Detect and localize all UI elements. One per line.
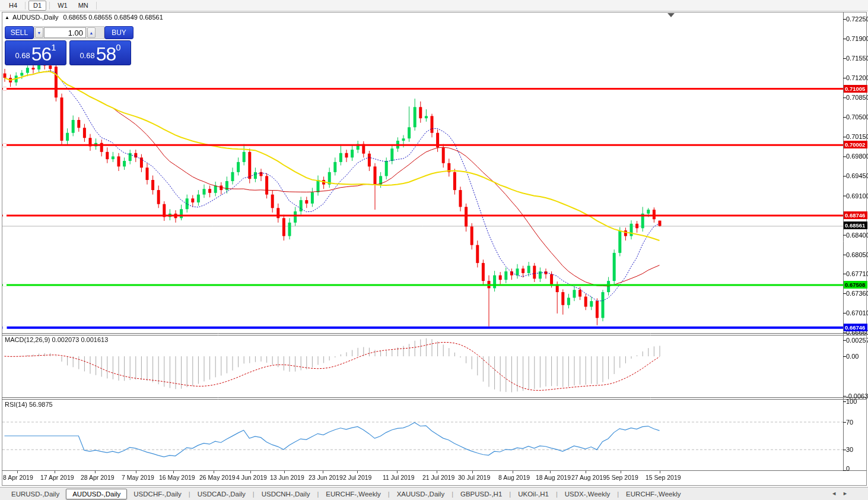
- price-tick-label: 0.67010: [846, 309, 868, 317]
- chevron-down-icon: ▼: [37, 31, 42, 35]
- price-tag-hline: 0.71005: [844, 85, 867, 93]
- volume-decrease-button[interactable]: ▼: [35, 27, 43, 38]
- trading-platform-window: H4D1W1MN ▲AUDUSD-,Daily0.68655 0.68655 0…: [0, 0, 868, 500]
- rsi-tick-label: 0: [846, 465, 850, 472]
- tab-gbpusd-h1[interactable]: GBPUSD-,H1: [454, 489, 508, 499]
- toolbar-separator: [96, 2, 97, 10]
- price-tick-label: 0.71550: [846, 55, 868, 62]
- chart-title: ▲AUDUSD-,Daily0.68655 0.68655 0.68549 0.…: [5, 14, 163, 21]
- date-label: 11 Jul 2019: [383, 474, 415, 481]
- price-tag-current: 0.68561: [844, 221, 867, 229]
- volume-increase-button[interactable]: ▲: [87, 27, 96, 38]
- price-tag-hline: 0.70002: [844, 141, 867, 148]
- chart-ohlc-values: 0.68655 0.68655 0.68549 0.68561: [63, 14, 163, 21]
- tab-separator: |: [452, 490, 453, 498]
- buy-price-frac: 0.68: [80, 51, 94, 60]
- price-tick-label: 0.72250: [846, 15, 868, 23]
- sell-price-big: 56: [31, 46, 52, 62]
- tab-audusd-daily[interactable]: AUDUSD-,Daily: [66, 489, 127, 499]
- price-tag-hline: 0.67508: [844, 281, 867, 289]
- price-tick-label: 0.67360: [846, 290, 868, 297]
- buy-button[interactable]: BUY: [104, 26, 133, 39]
- timeframe-toolbar: H4D1W1MN: [0, 0, 868, 11]
- tab-usdcad-daily[interactable]: USDCAD-,Daily: [191, 489, 252, 499]
- tab-scroll-arrows: ◄►: [831, 490, 854, 496]
- timeframe-button-w1[interactable]: W1: [53, 1, 72, 11]
- sell-price-frac: 0.68: [15, 51, 30, 60]
- price-tick-label: 0.69800: [846, 153, 868, 160]
- tab-separator: |: [617, 490, 619, 498]
- price-tick-label: 0.70500: [846, 113, 868, 121]
- rsi-tick-label: 30: [846, 446, 853, 453]
- date-label: 27 Aug 2019: [571, 474, 606, 481]
- tab-usdx-weekly[interactable]: USDX-,Weekly: [558, 489, 616, 499]
- macd-tick-label: 0.002574: [846, 337, 868, 344]
- price-tick-label: 0.70150: [846, 133, 868, 140]
- tab-separator: |: [253, 490, 255, 498]
- price-tag-hline: 0.68746: [844, 211, 867, 219]
- macd-tick-label: 0.00: [846, 353, 859, 360]
- date-label: 4 Jun 2019: [236, 474, 267, 481]
- sell-price-button[interactable]: 0.68561: [5, 40, 66, 65]
- price-tick-label: 0.67710: [846, 270, 868, 277]
- chart-symbol-label: AUDUSD-,Daily: [12, 14, 59, 21]
- sell-price-sup: 1: [51, 42, 56, 52]
- date-label: 26 May 2019: [199, 474, 236, 481]
- date-label: 7 May 2019: [122, 474, 154, 481]
- rsi-indicator-label: RSI(14) 56.9875: [5, 401, 53, 408]
- tab-eurchf-weekly[interactable]: EURCHF-,Weekly: [619, 489, 687, 499]
- tab-eurchf-weekly[interactable]: EURCHF-,Weekly: [319, 489, 387, 499]
- date-label: 5 Sep 2019: [606, 474, 638, 481]
- timeframe-button-mn[interactable]: MN: [74, 1, 93, 11]
- date-label: 8 Aug 2019: [498, 474, 530, 481]
- tab-separator: |: [317, 490, 319, 498]
- date-label: 21 Jul 2019: [422, 474, 454, 481]
- toolbar-separator: [49, 2, 50, 10]
- date-label: 23 Jun 2019: [309, 474, 343, 481]
- collapse-panel-icon[interactable]: ▲: [5, 15, 9, 20]
- date-label: 2 Jul 2019: [343, 474, 371, 481]
- date-label: 17 Apr 2019: [40, 474, 74, 481]
- tab-separator: |: [388, 490, 390, 498]
- chart-tab-bar: EURUSD-,DailyAUDUSD-,DailyUSDCHF-,Daily|…: [0, 487, 868, 500]
- toolbar-separator: [25, 2, 26, 10]
- tab-eurusd-daily[interactable]: EURUSD-,Daily: [5, 489, 66, 499]
- tab-separator: |: [189, 490, 190, 498]
- rsi-tick-label: 70: [846, 419, 853, 426]
- tab-scroll-left-icon[interactable]: ◄: [831, 490, 842, 496]
- timeframe-button-d1[interactable]: D1: [28, 1, 46, 11]
- tab-usdcnh-daily[interactable]: USDCNH-,Daily: [255, 489, 317, 499]
- tab-scroll-right-icon[interactable]: ►: [842, 490, 854, 496]
- buy-price-button[interactable]: 0.68580: [69, 40, 131, 65]
- price-tick-label: 0.71900: [846, 35, 868, 42]
- tab-ukoil-h1[interactable]: UKOil-,H1: [511, 489, 555, 499]
- date-label: 28 Apr 2019: [81, 474, 115, 481]
- date-label: 15 Sep 2019: [646, 474, 681, 481]
- price-tick-label: 0.69450: [846, 172, 868, 179]
- tab-separator: |: [509, 490, 511, 498]
- price-tick-label: 0.71200: [846, 74, 868, 81]
- price-tick-label: 0.70850: [846, 94, 868, 101]
- buy-price-big: 58: [96, 46, 116, 62]
- timeframe-button-h4[interactable]: H4: [4, 1, 22, 11]
- chart-canvas[interactable]: [0, 0, 868, 500]
- tab-separator: |: [556, 490, 558, 498]
- price-tag-hline: 0.66746: [844, 324, 867, 331]
- date-label: 13 Jun 2019: [270, 474, 304, 481]
- tab-usdchf-daily[interactable]: USDCHF-,Daily: [127, 489, 188, 499]
- macd-indicator-label: MACD(12,26,9) 0.002073 0.001613: [5, 336, 108, 343]
- tab-xauusd-daily[interactable]: XAUUSD-,Daily: [390, 489, 452, 499]
- price-tick-label: 0.68400: [846, 232, 868, 239]
- chevron-up-icon: ▲: [90, 31, 94, 35]
- buy-price-sup: 0: [116, 42, 120, 52]
- price-tick-label: 0.69100: [846, 192, 868, 200]
- price-tick-label: 0.68050: [846, 251, 868, 258]
- date-label: 30 Jul 2019: [458, 474, 490, 481]
- rsi-tick-label: 100: [846, 398, 857, 405]
- date-label: 8 Apr 2019: [3, 474, 33, 481]
- sell-button[interactable]: SELL: [5, 26, 34, 39]
- volume-input[interactable]: [44, 27, 86, 38]
- date-label: 16 May 2019: [159, 474, 195, 481]
- date-label: 18 Aug 2019: [536, 474, 571, 481]
